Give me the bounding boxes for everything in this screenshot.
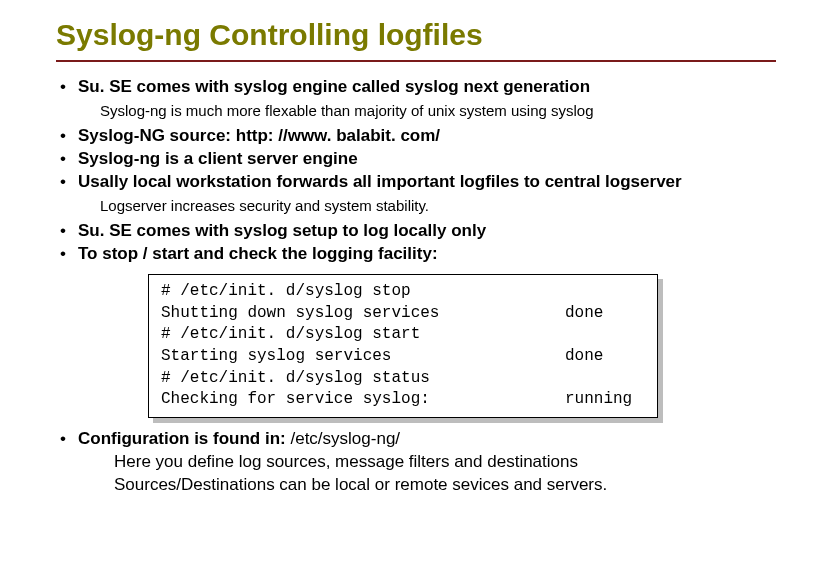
bullet-4: Usally local workstation forwards all im… bbox=[78, 171, 776, 194]
code-block: # /etc/init. d/syslog stop Shutting down… bbox=[148, 274, 658, 418]
bullet-dot: • bbox=[56, 243, 78, 266]
bullet-7: Configuration is found in: /etc/syslog-n… bbox=[78, 428, 776, 451]
bullet-7-label: Configuration is found in: bbox=[78, 429, 290, 448]
bullet-3: Syslog-ng is a client server engine bbox=[78, 148, 776, 171]
code-line: # /etc/init. d/syslog start bbox=[161, 324, 565, 346]
bullet-dot: • bbox=[56, 428, 78, 451]
bullet-7-sub2: Sources/Destinations can be local or rem… bbox=[114, 474, 776, 497]
code-line: Starting syslog services bbox=[161, 346, 565, 368]
bullet-1-sub: Syslog-ng is much more flexable than maj… bbox=[100, 101, 776, 121]
code-status: done bbox=[565, 303, 645, 325]
code-status: done bbox=[565, 346, 645, 368]
bullet-7-path: /etc/syslog-ng/ bbox=[290, 429, 400, 448]
slide-content: • Su. SE comes with syslog engine called… bbox=[56, 76, 776, 497]
code-line: Shutting down syslog services bbox=[161, 303, 565, 325]
code-line: # /etc/init. d/syslog status bbox=[161, 368, 565, 390]
code-line: # /etc/init. d/syslog stop bbox=[161, 281, 565, 303]
bullet-2: Syslog-NG source: http: //www. balabit. … bbox=[78, 125, 776, 148]
code-status: running bbox=[565, 389, 645, 411]
code-line: Checking for service syslog: bbox=[161, 389, 565, 411]
bullet-dot: • bbox=[56, 148, 78, 171]
bullet-4-sub: Logserver increases security and system … bbox=[100, 196, 776, 216]
bullet-dot: • bbox=[56, 171, 78, 194]
bullet-dot: • bbox=[56, 125, 78, 148]
bullet-dot: • bbox=[56, 76, 78, 99]
slide-title: Syslog-ng Controlling logfiles bbox=[56, 18, 776, 62]
bullet-5: Su. SE comes with syslog setup to log lo… bbox=[78, 220, 776, 243]
bullet-dot: • bbox=[56, 220, 78, 243]
bullet-6: To stop / start and check the logging fa… bbox=[78, 243, 776, 266]
bullet-7-sub1: Here you define log sources, message fil… bbox=[114, 451, 776, 474]
bullet-1: Su. SE comes with syslog engine called s… bbox=[78, 76, 776, 99]
